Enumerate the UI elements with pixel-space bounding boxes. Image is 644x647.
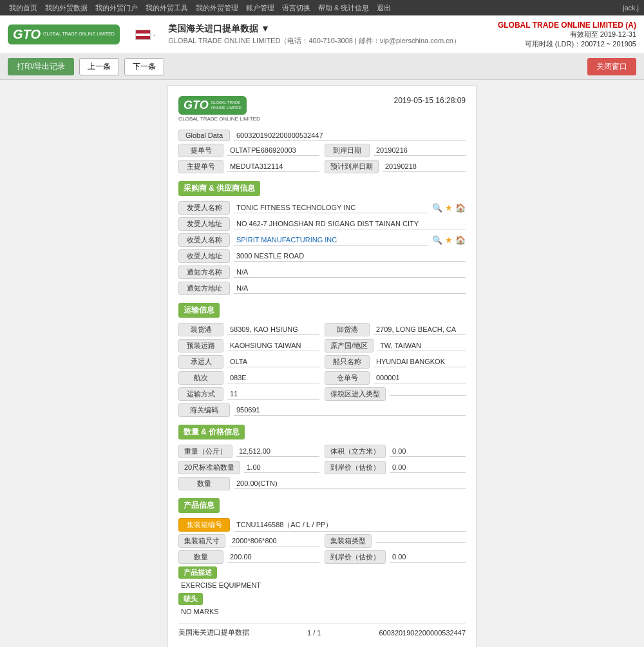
nav-portal[interactable]: 我的外贸门户	[91, 3, 142, 13]
loading-port-value: 58309, KAO HSIUNG	[227, 324, 319, 335]
std20-label: 20尺标准箱数量	[178, 461, 240, 474]
prod-price-label: 到岸价（估价）	[325, 550, 386, 564]
nav-account[interactable]: 账户管理	[242, 3, 278, 13]
prev-button[interactable]: 上一条	[79, 58, 119, 75]
vessel-value: HYUNDAI BANGKOK	[374, 356, 466, 367]
logo-area: GTO GLOBAL TRADE ONLINE LIMITED · 美国海关进口…	[8, 23, 460, 46]
nav-logout[interactable]: 退出	[373, 3, 395, 13]
container-type-label: 集装箱类型	[325, 534, 372, 548]
nav-data[interactable]: 我的外贸数据	[41, 3, 91, 13]
carrier-col: 承运人 OLTA	[178, 355, 319, 369]
nav-home[interactable]: 我的首页	[5, 3, 41, 13]
marks-container: 唛头 NO MARKS	[178, 593, 466, 615]
customs-label: 海关编码	[178, 403, 230, 417]
quantity-row: 数量 200.00(CTN)	[178, 477, 466, 490]
container-size-label: 集装箱尺寸	[178, 534, 225, 548]
route-row: 预装运路 KAOHSIUNG TAIWAN 原产国/地区 TW, TAIWAN	[178, 339, 466, 352]
notify-addr-row: 通知方地址 N/A	[178, 282, 466, 295]
doc-footer-title: 美国海关进口提单数据	[178, 628, 249, 637]
prod-qty-label: 数量	[178, 550, 223, 564]
transport-label: 运输方式	[178, 387, 223, 401]
validity-date: 有效期至 2019-12-31	[498, 30, 636, 39]
prod-qty-col: 数量 200.00	[178, 550, 319, 564]
doc-timestamp: 2019-05-15 16:28:09	[394, 96, 466, 105]
notify-row: 通知方名称 N/A	[178, 266, 466, 279]
container-type-value	[375, 539, 466, 543]
consignee-home-icon[interactable]: 🏠	[455, 203, 466, 213]
buyer-home-icon[interactable]: 🏠	[455, 235, 466, 245]
arrival-date-col: 到岸日期 20190216	[325, 144, 466, 157]
voyage-value: 083E	[227, 372, 319, 383]
doc-footer: 美国海关进口提单数据 1 / 1 6003201902200000532447	[178, 623, 466, 637]
consignee-addr-row: 发受人地址 NO 462-7 JHONGSHAN RD SIGANG DIST …	[178, 217, 466, 231]
container-no-label: 集装箱编号	[178, 518, 230, 532]
global-data-label: Global Data	[178, 130, 230, 141]
est-arrival-col: 预计到岸日期 20190218	[325, 160, 466, 173]
weight-value: 12,512.00	[236, 446, 319, 457]
origin-col: 原产国/地区 TW, TAIWAN	[325, 339, 466, 352]
nav-manage[interactable]: 我的外贸管理	[192, 3, 242, 13]
loading-port-col: 装货港 58309, KAO HSIUNG	[178, 323, 319, 336]
buyer-star-icon[interactable]: ★	[445, 235, 453, 245]
buyer-icons: 🔍 ★ 🏠	[432, 235, 466, 245]
est-arrival-label: 预计到岸日期	[325, 160, 379, 173]
buyer-addr-label: 收受人地址	[178, 249, 230, 263]
consignee-addr-label: 发受人地址	[178, 217, 230, 231]
consignee-icons: 🔍 ★ 🏠	[432, 203, 466, 213]
nav-tools[interactable]: 我的外贸工具	[142, 3, 192, 13]
bonded-label: 保税区进入类型	[325, 387, 386, 401]
buyer-addr-row: 收受人地址 3000 NESTLE ROAD	[178, 249, 466, 263]
flag-area: ·	[135, 30, 155, 40]
buyer-search-icon[interactable]: 🔍	[432, 235, 442, 245]
nav-language[interactable]: 语言切换	[278, 3, 314, 13]
carrier-label: 承运人	[178, 355, 223, 369]
marks-label: 唛头	[178, 593, 203, 605]
transport-value: 11	[227, 389, 319, 400]
notify-addr-value: N/A	[234, 283, 466, 294]
pre-route-label: 预装运路	[178, 339, 223, 352]
arrival-date-value: 20190216	[374, 145, 466, 156]
pre-route-value: KAOHSIUNG TAIWAN	[227, 340, 319, 351]
product-section-header: 产品信息	[178, 498, 220, 513]
quantity-section: 数量 & 价格信息 重量（公斤） 12,512.00 体积（立方米） 0.00 …	[178, 425, 466, 490]
prod-price-value: 0.00	[390, 552, 466, 563]
quantity-section-header: 数量 & 价格信息	[178, 425, 245, 439]
quantity-value: 200.00(CTN)	[234, 478, 466, 489]
container-size-row: 集装箱尺寸 2000*806*800 集装箱类型	[178, 534, 466, 548]
loading-port-label: 装货港	[178, 323, 223, 336]
next-button[interactable]: 下一条	[124, 58, 164, 75]
container-no-value: TCNU1146588（AC / L / PP）	[234, 519, 466, 532]
master-bill-value: MEDUTA312114	[227, 161, 319, 172]
buyer-value: SPIRIT MANUFACTURING INC	[234, 235, 428, 246]
close-button[interactable]: 关闭窗口	[587, 58, 636, 75]
customs-value: 950691	[234, 405, 466, 416]
prod-qty-row: 数量 200.00 到岸价（估价） 0.00	[178, 550, 466, 564]
quantity-label: 数量	[178, 477, 230, 490]
nav-help[interactable]: 帮助 & 统计信息	[314, 3, 373, 13]
print-button[interactable]: 打印/导出记录	[8, 58, 74, 75]
company-name: GLOBAL TRADE ONLINE LIMITED (A)	[498, 21, 636, 30]
carrier-row: 承运人 OLTA 船只名称 HYUNDAI BANGKOK	[178, 355, 466, 369]
global-data-section: Global Data 6003201902200000532447 提单号 O…	[178, 130, 466, 173]
bill-no-label: 提单号	[178, 144, 223, 157]
arrival-date-label: 到岸日期	[325, 144, 370, 157]
product-desc-value: EXERCISE EQUIPMENT	[178, 581, 466, 589]
transport-row: 运输方式 11 保税区进入类型	[178, 387, 466, 401]
supplier-section: 采购商 & 供应商信息 发受人名称 TONIC FITNESS TECHNOLO…	[178, 181, 466, 295]
pre-route-col: 预装运路 KAOHSIUNG TAIWAN	[178, 339, 319, 352]
consignee-search-icon[interactable]: 🔍	[432, 203, 442, 213]
doc-header: GTO GLOBAL TRADEONLINE LIMITED GLOBAL TR…	[178, 96, 466, 122]
voyage-col: 航次 083E	[178, 371, 319, 385]
hold-col: 仓单号 000001	[325, 371, 466, 385]
voyage-label: 航次	[178, 371, 223, 385]
hold-value: 000001	[374, 372, 466, 383]
page-main-title: 美国海关进口提单数据 ▼	[168, 23, 460, 35]
master-bill-col: 主提单号 MEDUTA312114	[178, 160, 319, 173]
prod-price-col: 到岸价（估价） 0.00	[325, 550, 466, 564]
ports-row: 装货港 58309, KAO HSIUNG 卸货港 2709, LONG BEA…	[178, 323, 466, 336]
customs-row: 海关编码 950691	[178, 403, 466, 417]
main-document: GTO GLOBAL TRADEONLINE LIMITED GLOBAL TR…	[167, 85, 477, 647]
shipping-section-header: 运输信息	[178, 303, 220, 318]
consignee-star-icon[interactable]: ★	[445, 203, 453, 213]
header-title: 美国海关进口提单数据 ▼ GLOBAL TRADE ONLINE LIMITED…	[168, 23, 460, 46]
